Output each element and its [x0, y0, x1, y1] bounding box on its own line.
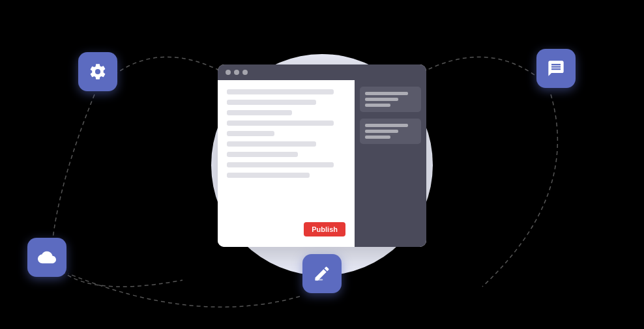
edit-icon: [313, 265, 331, 283]
content-line: [227, 162, 334, 167]
scene: Publish: [0, 0, 644, 329]
browser-sidebar: [355, 80, 426, 247]
sidebar-line: [365, 130, 398, 133]
traffic-dot-2: [234, 70, 239, 75]
sidebar-line: [365, 92, 408, 95]
browser-body: Publish: [218, 80, 426, 247]
gear-icon-card: [78, 52, 117, 91]
chat-icon: [547, 59, 565, 78]
sidebar-line: [365, 98, 398, 101]
browser-titlebar: [218, 64, 426, 80]
sidebar-line: [365, 104, 390, 107]
content-line: [227, 121, 334, 126]
svg-rect-0: [315, 279, 323, 280]
content-line: [227, 100, 316, 105]
edit-icon-card: [302, 254, 342, 293]
traffic-dot-3: [242, 70, 248, 75]
content-line: [227, 89, 334, 94]
sidebar-line: [365, 124, 408, 127]
sidebar-line: [365, 136, 390, 139]
chat-icon-card: [536, 49, 576, 88]
cloud-icon: [38, 248, 56, 266]
content-line: [227, 141, 316, 147]
content-line: [227, 131, 274, 136]
sidebar-card-2: [360, 119, 421, 144]
publish-button[interactable]: Publish: [304, 222, 345, 236]
browser-content: Publish: [218, 80, 355, 247]
sidebar-card-1: [360, 87, 421, 112]
content-line: [227, 173, 310, 178]
content-line: [227, 152, 298, 157]
content-line: [227, 110, 292, 115]
traffic-dot-1: [226, 70, 231, 75]
cloud-icon-card: [27, 238, 66, 277]
browser-window: Publish: [218, 64, 426, 247]
gear-icon: [89, 63, 107, 81]
